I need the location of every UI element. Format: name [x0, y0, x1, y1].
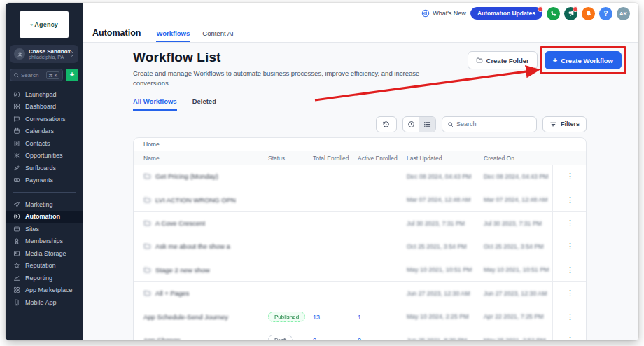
tab-content-ai[interactable]: Content AI [202, 24, 233, 42]
workflow-name: Ask me about the show a [155, 242, 230, 250]
last-updated: May 10 2021, 10:51 PM [407, 266, 484, 273]
help-button[interactable]: ? [599, 7, 612, 20]
sidebar-item-launchpad[interactable]: Launchpad [6, 88, 83, 101]
notifications-button[interactable] [582, 7, 595, 20]
automation-updates-button[interactable]: Automation Updates [470, 7, 542, 20]
kebab-menu-icon[interactable]: ⋮ [562, 287, 578, 299]
workflow-name-cell[interactable]: Get Pricing (Monday) [134, 172, 268, 180]
kebab-menu-icon[interactable]: ⋮ [562, 217, 578, 229]
sidebar-divider [13, 192, 76, 193]
last-updated: Oct 25 2021, 3:54 PM [407, 243, 484, 250]
workflow-name-cell[interactable]: All + Pages [134, 289, 268, 297]
whats-new-button[interactable]: What's New [421, 9, 466, 18]
sidebar-nav-primary: LaunchpadDashboardConversationsCalendars… [6, 87, 83, 188]
kebab-menu-icon[interactable]: ⋮ [562, 264, 578, 276]
opportunities-icon [13, 152, 20, 160]
sidebar-item-surfboards[interactable]: Surfboards [6, 162, 83, 174]
media-storage-icon [13, 249, 20, 257]
table-row[interactable]: Stage 2 new showMay 10 2021, 10:51 PMMay… [134, 258, 586, 282]
workflow-name-cell[interactable]: App Schedule-Send Journey [134, 313, 268, 321]
broadcast-button[interactable] [564, 7, 578, 20]
sidebar-item-media-storage[interactable]: Media Storage [6, 247, 83, 260]
sidebar-item-label: Conversations [25, 116, 66, 123]
workflow-name-cell[interactable]: Stage 2 new show [134, 266, 268, 274]
created-on: Jul 30 2023, 7:31 PM [484, 220, 552, 227]
breadcrumb[interactable]: Home [134, 138, 586, 151]
sidebar-item-memberships[interactable]: Memberships [6, 235, 83, 248]
sidebar-item-calendars[interactable]: Calendars [6, 125, 83, 138]
sidebar-item-opportunities[interactable]: Opportunities [6, 150, 83, 162]
sidebar-search-input[interactable] [21, 72, 44, 78]
workflow-search[interactable] [442, 116, 537, 132]
table-row[interactable]: LVI ACTION WRONG OPNMar 07 2024, 12:48 A… [134, 188, 586, 212]
kebab-menu-icon[interactable]: ⋮ [562, 311, 578, 323]
table-row[interactable]: A Cove CrescentJul 30 2023, 7:31 PMJul 3… [134, 212, 586, 235]
workflow-name-cell[interactable]: Ask me about the show a [134, 242, 268, 250]
row-actions-cell: ⋮ [552, 188, 587, 211]
sidebar-item-marketing[interactable]: Marketing [6, 198, 83, 211]
filters-button[interactable]: Filters [542, 116, 587, 132]
row-actions-cell: ⋮ [552, 328, 587, 340]
sidebar-item-mobile-app[interactable]: Mobile App [6, 296, 83, 309]
workflow-name: Stage 2 new show [155, 266, 210, 274]
account-avatar-icon [14, 48, 25, 60]
table-row[interactable]: App ChangeDraft00Jun 25 2021, 8:30 PMMay… [134, 328, 586, 340]
col-active-enrolled: Active Enrolled [358, 155, 407, 162]
reporting-icon [13, 274, 20, 282]
agency-logo[interactable]: ⌁ Agency [20, 11, 69, 38]
total-enrolled-link[interactable]: 0 [313, 337, 316, 340]
sidebar-item-label: Memberships [25, 237, 63, 244]
sidebar-item-payments[interactable]: Payments [6, 174, 83, 187]
history-button[interactable] [376, 116, 397, 132]
table-row[interactable]: Get Pricing (Monday)Dec 08 2024, 04:43 P… [134, 165, 586, 188]
workflow-name-cell[interactable]: A Cove Crescent [134, 219, 268, 227]
create-workflow-button[interactable]: + Create Workflow [545, 51, 622, 69]
list-view-button[interactable] [419, 117, 435, 132]
workflow-search-input[interactable] [456, 120, 531, 127]
sidebar-item-reporting[interactable]: Reporting [6, 272, 83, 284]
sidebar-item-label: Reporting [25, 275, 52, 282]
folder-icon [476, 57, 483, 64]
kebab-menu-icon[interactable]: ⋮ [562, 334, 578, 340]
sidebar-search[interactable]: ⌘ K [10, 69, 63, 81]
sidebar-item-label: Marketing [25, 201, 53, 208]
table-row[interactable]: App Schedule-Send JourneyPublished131May… [134, 305, 586, 328]
account-location: philadelphia, PA [29, 55, 66, 60]
active-enrolled-link[interactable]: 1 [358, 314, 361, 321]
kebab-menu-icon[interactable]: ⋮ [562, 240, 578, 252]
kebab-menu-icon[interactable]: ⋮ [562, 170, 578, 182]
sidebar-item-reputation[interactable]: Reputation [6, 260, 83, 272]
sidebar-item-automation[interactable]: Automation [6, 211, 83, 223]
user-avatar[interactable]: AK [617, 7, 630, 20]
section-header: Automation Workflows Content AI [83, 24, 638, 43]
tab-workflows[interactable]: Workflows [156, 24, 190, 42]
workflow-name: Get Pricing (Monday) [155, 172, 218, 180]
active-enrolled-link[interactable]: 0 [358, 337, 361, 340]
kebab-menu-icon[interactable]: ⋮ [562, 194, 578, 206]
created-on: Apr 22 2021, 7:25 PM [484, 313, 552, 320]
row-actions-cell: ⋮ [552, 305, 587, 328]
workflow-name-cell[interactable]: App Change [134, 336, 268, 340]
account-switcher[interactable]: Chase Sandbox philadelphia, PA [10, 45, 78, 63]
tab-deleted[interactable]: Deleted [192, 97, 216, 111]
sidebar-item-sites[interactable]: Sites [6, 223, 83, 235]
sidebar-item-app-marketplace[interactable]: App Marketplace [6, 284, 83, 297]
recent-view-button[interactable] [403, 117, 419, 132]
sidebar-item-conversations[interactable]: Conversations [6, 113, 83, 125]
last-updated: Dec 08 2024, 04:43 PM [407, 173, 484, 180]
phone-button[interactable] [547, 7, 560, 20]
sidebar-item-contacts[interactable]: Contacts [6, 137, 83, 150]
col-last-updated: Last Updated [407, 155, 484, 162]
workflow-name-cell[interactable]: LVI ACTION WRONG OPN [134, 196, 268, 204]
sidebar-item-dashboard[interactable]: Dashboard [6, 101, 83, 113]
plus-icon: + [553, 57, 557, 64]
last-updated: Mar 07 2024, 12:48 AM [407, 196, 484, 203]
create-folder-button[interactable]: Create Folder [468, 51, 538, 69]
payments-icon [13, 177, 20, 184]
table-row[interactable]: All + PagesJun 27 2023, 12:30 AMJun 27 2… [134, 282, 586, 305]
tab-all-workflows[interactable]: All Workflows [133, 97, 177, 111]
quick-add-button[interactable]: + [66, 69, 78, 81]
agency-logo-text: Agency [34, 21, 58, 28]
total-enrolled-link[interactable]: 13 [313, 314, 320, 321]
table-row[interactable]: Ask me about the show aOct 25 2021, 3:54… [134, 235, 586, 258]
